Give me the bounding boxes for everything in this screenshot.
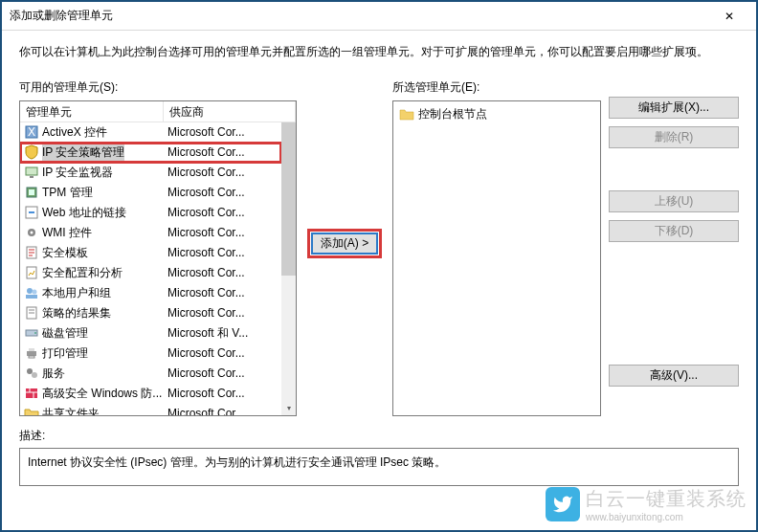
item-name: 高级安全 Windows 防... bbox=[42, 386, 162, 402]
svg-point-11 bbox=[27, 288, 33, 294]
list-headers: 管理单元 供应商 bbox=[20, 101, 296, 122]
svg-rect-13 bbox=[26, 295, 37, 299]
item-name: ActiveX 控件 bbox=[42, 124, 107, 141]
tree-root-item[interactable]: 控制台根节点 bbox=[399, 105, 594, 124]
list-item[interactable]: WMI 控件Microsoft Cor... bbox=[20, 223, 281, 243]
users-icon bbox=[24, 285, 39, 300]
advanced-button[interactable]: 高级(V)... bbox=[609, 365, 739, 387]
list-item[interactable]: Web 地址的链接Microsoft Cor... bbox=[20, 203, 281, 223]
item-name: 磁盘管理 bbox=[42, 325, 88, 342]
watermark-text: 白云一键重装系统 bbox=[586, 486, 747, 512]
add-button[interactable]: 添加(A) > bbox=[311, 233, 378, 255]
item-vendor: Microsoft Cor... bbox=[164, 306, 281, 320]
item-vendor: Microsoft Cor... bbox=[164, 387, 281, 400]
chip-icon bbox=[24, 185, 39, 200]
list-item[interactable]: IP 安全策略管理Microsoft Cor... bbox=[20, 143, 281, 163]
policy-icon bbox=[24, 305, 39, 321]
remove-button[interactable]: 删除(R) bbox=[609, 126, 739, 148]
template-icon bbox=[24, 245, 39, 260]
item-name: 服务 bbox=[42, 366, 65, 382]
item-vendor: Microsoft Cor... bbox=[164, 346, 281, 360]
svg-rect-3 bbox=[30, 176, 33, 178]
item-name: TPM 管理 bbox=[42, 185, 93, 201]
svg-rect-2 bbox=[26, 167, 37, 175]
move-up-button[interactable]: 上移(U) bbox=[609, 190, 739, 212]
svg-rect-18 bbox=[29, 348, 34, 351]
available-label: 可用的管理单元(S): bbox=[19, 79, 297, 96]
item-vendor: Microsoft 和 V... bbox=[164, 325, 281, 342]
item-name: WMI 控件 bbox=[42, 225, 92, 241]
svg-point-8 bbox=[31, 232, 33, 234]
item-vendor: Microsoft Cor... bbox=[164, 286, 281, 299]
link-icon bbox=[24, 205, 39, 220]
close-icon: ✕ bbox=[725, 10, 734, 23]
list-item[interactable]: 策略的结果集Microsoft Cor... bbox=[20, 303, 281, 323]
svg-rect-10 bbox=[27, 267, 36, 278]
description-text: Internet 协议安全性 (IPsec) 管理。为与别的计算机进行安全通讯管… bbox=[28, 455, 446, 469]
list-item[interactable]: 磁盘管理Microsoft 和 V... bbox=[20, 323, 281, 344]
svg-point-21 bbox=[32, 372, 37, 378]
list-item[interactable]: IP 安全监视器Microsoft Cor... bbox=[20, 163, 281, 183]
scroll-thumb[interactable] bbox=[281, 122, 296, 276]
intro-text: 你可以在计算机上为此控制台选择可用的管理单元并配置所选的一组管理单元。对于可扩展… bbox=[19, 44, 739, 60]
item-vendor: Microsoft Cor... bbox=[164, 206, 281, 219]
tree-root-label: 控制台根节点 bbox=[418, 106, 487, 122]
folder-icon bbox=[24, 406, 39, 415]
col-name-header[interactable]: 管理单元 bbox=[20, 101, 164, 122]
svg-rect-5 bbox=[29, 189, 34, 195]
svg-text:X: X bbox=[28, 125, 35, 139]
col-vendor-header[interactable]: 供应商 bbox=[164, 101, 296, 122]
firewall-icon bbox=[24, 386, 39, 401]
item-name: 安全模板 bbox=[42, 245, 88, 261]
item-vendor: Microsoft Cor... bbox=[164, 125, 281, 139]
list-item[interactable]: 安全模板Microsoft Cor... bbox=[20, 243, 281, 263]
gear-icon bbox=[24, 225, 39, 240]
edit-extensions-button[interactable]: 编辑扩展(X)... bbox=[609, 97, 739, 119]
titlebar: 添加或删除管理单元 ✕ bbox=[2, 2, 756, 31]
item-name: IP 安全策略管理 bbox=[42, 144, 124, 161]
selected-snapins-tree[interactable]: 控制台根节点 bbox=[392, 100, 601, 416]
item-vendor: Microsoft Cor bbox=[164, 407, 281, 415]
printer-icon bbox=[24, 345, 39, 361]
services-icon bbox=[24, 366, 39, 381]
monitor-icon bbox=[24, 165, 39, 180]
move-down-button[interactable]: 下移(D) bbox=[609, 220, 739, 242]
description-box: Internet 协议安全性 (IPsec) 管理。为与别的计算机进行安全通讯管… bbox=[19, 448, 739, 486]
scroll-down-arrow-icon[interactable]: ▾ bbox=[281, 401, 296, 415]
svg-rect-22 bbox=[26, 388, 37, 398]
svg-point-12 bbox=[33, 290, 37, 295]
list-item[interactable]: 本地用户和组Microsoft Cor... bbox=[20, 283, 281, 303]
svg-point-16 bbox=[34, 332, 36, 334]
list-item[interactable]: 高级安全 Windows 防...Microsoft Cor... bbox=[20, 384, 281, 404]
list-item[interactable]: XActiveX 控件Microsoft Cor... bbox=[20, 122, 281, 143]
list-item[interactable]: 打印管理Microsoft Cor... bbox=[20, 344, 281, 364]
watermark-url: www.baiyunxitong.com bbox=[586, 512, 747, 522]
list-item[interactable]: TPM 管理Microsoft Cor... bbox=[20, 183, 281, 203]
item-name: 安全配置和分析 bbox=[42, 265, 123, 281]
item-name: IP 安全监视器 bbox=[42, 165, 113, 181]
available-snapins-list[interactable]: 管理单元 供应商 XActiveX 控件Microsoft Cor...IP 安… bbox=[19, 100, 297, 416]
scrollbar[interactable]: ▴ ▾ bbox=[281, 122, 296, 415]
item-vendor: Microsoft Cor... bbox=[164, 246, 281, 259]
item-vendor: Microsoft Cor... bbox=[164, 145, 281, 159]
item-name: 共享文件夹 bbox=[42, 406, 100, 415]
selected-label: 所选管理单元(E): bbox=[392, 79, 601, 96]
item-name: 打印管理 bbox=[42, 345, 88, 362]
svg-rect-19 bbox=[29, 356, 34, 358]
list-item[interactable]: 服务Microsoft Cor... bbox=[20, 364, 281, 384]
disk-icon bbox=[24, 325, 39, 341]
list-item[interactable]: 安全配置和分析Microsoft Cor... bbox=[20, 263, 281, 283]
watermark: 白云一键重装系统 www.baiyunxitong.com bbox=[546, 486, 747, 522]
shield-icon bbox=[24, 144, 39, 160]
list-item[interactable]: 共享文件夹Microsoft Cor bbox=[20, 404, 281, 415]
item-name: 本地用户和组 bbox=[42, 285, 111, 301]
close-button[interactable]: ✕ bbox=[710, 2, 748, 31]
svg-rect-17 bbox=[27, 351, 36, 356]
analysis-icon bbox=[24, 265, 39, 280]
activex-icon: X bbox=[24, 124, 39, 140]
item-vendor: Microsoft Cor... bbox=[164, 226, 281, 239]
item-vendor: Microsoft Cor... bbox=[164, 366, 281, 380]
item-name: 策略的结果集 bbox=[42, 305, 111, 321]
window-title: 添加或删除管理单元 bbox=[10, 8, 710, 24]
item-name: Web 地址的链接 bbox=[42, 205, 126, 221]
